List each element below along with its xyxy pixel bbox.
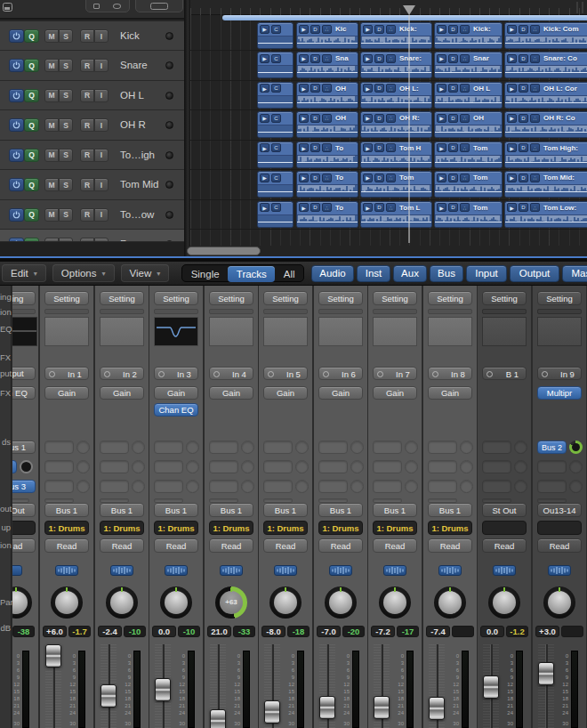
segment-all[interactable]: All: [276, 266, 302, 282]
region-comp-button[interactable]: C: [271, 143, 281, 152]
region-play-button[interactable]: ▶: [299, 143, 309, 152]
track-power-button[interactable]: [9, 118, 24, 132]
pan-knob[interactable]: +63: [215, 586, 247, 619]
region-play-button[interactable]: ▶: [507, 203, 517, 212]
region-take-letter-button[interactable]: D: [310, 25, 320, 34]
region-take-letter-button[interactable]: D: [310, 174, 320, 182]
input-button[interactable]: put: [12, 367, 36, 380]
channel-format-button[interactable]: [55, 565, 78, 576]
track-solo-button[interactable]: S: [59, 89, 73, 102]
region-play-button[interactable]: ▶: [437, 84, 446, 93]
mixer-filter-bus[interactable]: Bus: [430, 265, 463, 282]
setting-button[interactable]: Setting: [428, 291, 472, 305]
send-slot-empty[interactable]: [263, 480, 293, 493]
setting-button[interactable]: Setting: [154, 291, 198, 305]
setting-button[interactable]: Setting: [44, 291, 89, 305]
output-button[interactable]: Out: [12, 503, 36, 517]
region-take-letter-button[interactable]: D: [310, 203, 320, 212]
pan-knob[interactable]: [160, 586, 192, 619]
track-quantize-button[interactable]: Q: [24, 118, 39, 132]
eq-thumbnail[interactable]: [373, 317, 417, 346]
track-power-button[interactable]: [9, 178, 24, 191]
track-power-button[interactable]: [9, 59, 24, 72]
region-play-button[interactable]: ▶: [363, 84, 373, 93]
track-solo-button[interactable]: S: [59, 178, 73, 191]
track-input-monitor-button[interactable]: I: [94, 89, 109, 102]
track-solo-button[interactable]: S: [59, 29, 73, 43]
automation-mode-button[interactable]: Read: [428, 538, 472, 553]
eq-thumbnail[interactable]: [318, 317, 363, 346]
track-mute-button[interactable]: M: [44, 29, 59, 43]
region-play-button[interactable]: ▶: [363, 114, 373, 123]
region-take-letter-button[interactable]: D: [374, 54, 384, 63]
pan-knob[interactable]: [543, 586, 575, 619]
eq-thumbnail[interactable]: [482, 317, 527, 346]
eq-thumbnail[interactable]: [44, 317, 89, 346]
take-region[interactable]: ▶D∴OH L: Cor: [504, 82, 587, 109]
take-region[interactable]: ▶D∴To: [296, 171, 358, 198]
output-button[interactable]: Bus 1: [373, 503, 417, 517]
output-button[interactable]: Bus 1: [154, 503, 198, 517]
track-record-button[interactable]: R: [80, 178, 94, 191]
pan-knob[interactable]: [12, 586, 32, 619]
send-slot-empty[interactable]: [44, 480, 74, 493]
take-region[interactable]: ▶D∴OH R:: [360, 111, 432, 138]
pan-knob[interactable]: [269, 586, 302, 619]
region-take-letter-button[interactable]: D: [519, 84, 528, 93]
track-input-monitor-button[interactable]: I: [94, 118, 109, 132]
output-button[interactable]: Bus 1: [100, 503, 144, 517]
track-row-kick[interactable]: QMSRIKick: [0, 21, 184, 51]
take-region[interactable]: ▶D∴OH L:: [360, 82, 432, 109]
region-take-letter-button[interactable]: D: [374, 174, 384, 182]
region-take-letter-button[interactable]: D: [448, 84, 458, 93]
eq-thumbnail[interactable]: [12, 317, 37, 346]
track-mute-button[interactable]: M: [44, 118, 59, 132]
send-slot-empty[interactable]: [428, 480, 457, 493]
pan-knob[interactable]: [51, 586, 83, 619]
zoom-control-group[interactable]: [85, 0, 130, 12]
take-region[interactable]: ▶D∴Snare:: [360, 52, 432, 78]
automation-mode-button[interactable]: Read: [482, 538, 527, 553]
automation-mode-button[interactable]: ad: [12, 538, 36, 553]
send-slot-empty[interactable]: [154, 460, 183, 473]
region-play-button[interactable]: ▶: [507, 25, 517, 34]
volume-value[interactable]: -8.0: [261, 626, 285, 637]
mixer-menu-view[interactable]: View▾: [121, 264, 170, 282]
volume-value[interactable]: 0.0: [480, 626, 504, 637]
region-play-button[interactable]: ▶: [437, 114, 446, 123]
track-mute-button[interactable]: M: [44, 59, 59, 72]
volume-value[interactable]: +3.0: [535, 626, 559, 637]
send-slot-empty[interactable]: [537, 460, 567, 473]
eq-thumbnail[interactable]: [537, 317, 582, 346]
take-region[interactable]: ▶D∴OH: [434, 111, 503, 138]
take-region[interactable]: ▶D∴OH L: [434, 82, 503, 109]
audio-fx-slot-gain[interactable]: Gain: [154, 386, 198, 400]
region-take-letter-button[interactable]: D: [448, 174, 458, 182]
send-slot-empty[interactable]: [154, 480, 183, 493]
region-play-button[interactable]: ▶: [260, 25, 269, 34]
track-mute-button[interactable]: M: [44, 208, 59, 222]
automation-mode-button[interactable]: Read: [209, 538, 253, 553]
region-take-letter-button[interactable]: D: [310, 114, 320, 123]
setting-button[interactable]: Setting: [263, 291, 308, 305]
track-input-monitor-button[interactable]: I: [94, 149, 109, 162]
send-slot-active-fragment[interactable]: [12, 460, 17, 473]
region-take-letter-button[interactable]: D: [519, 143, 528, 152]
setting-button[interactable]: Setting: [318, 291, 363, 305]
track-solo-button[interactable]: S: [59, 59, 73, 72]
panel-icon[interactable]: [3, 3, 12, 12]
region-take-letter-button[interactable]: D: [519, 25, 528, 34]
region-take-letter-button[interactable]: D: [374, 203, 384, 212]
track-power-button[interactable]: [9, 208, 24, 222]
display-mode-button[interactable]: [135, 0, 183, 12]
audio-fx-slot[interactable]: n EQ: [12, 386, 36, 400]
mixer-menu-options[interactable]: Options▾: [52, 264, 115, 282]
region-take-letter-button[interactable]: D: [519, 114, 528, 123]
take-region[interactable]: ▶D∴Sna: [296, 52, 358, 78]
audio-fx-slot-multipr[interactable]: Multipr: [537, 386, 582, 400]
group-button[interactable]: [537, 521, 582, 535]
region-comp-button[interactable]: C: [271, 203, 281, 212]
region-play-button[interactable]: ▶: [437, 203, 446, 212]
send-slot-empty[interactable]: [263, 460, 293, 473]
region-play-button[interactable]: ▶: [260, 143, 269, 152]
